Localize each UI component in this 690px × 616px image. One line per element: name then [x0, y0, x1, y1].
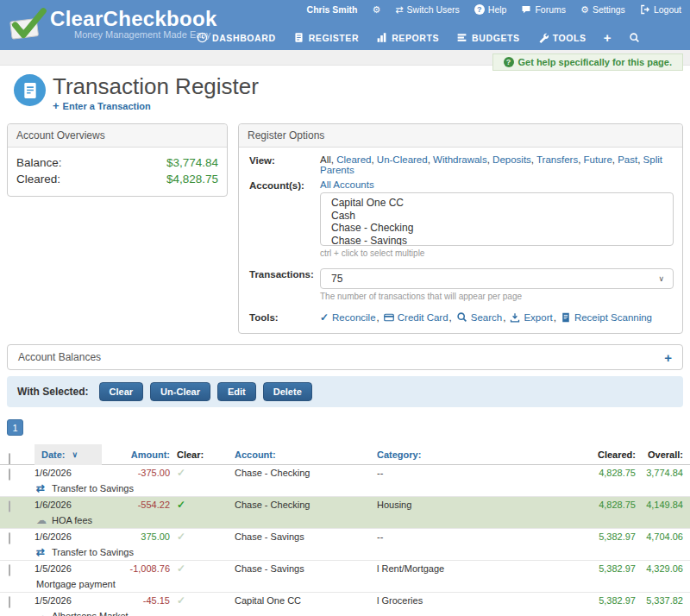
- tools-links: ✓Reconcile,Credit Card,Search,Export,Rec…: [320, 311, 674, 323]
- memo-text: Mortgage payment: [36, 576, 116, 592]
- tool-receipt-scanning[interactable]: Receipt Scanning: [561, 312, 652, 323]
- un-clear-button[interactable]: Un-Clear: [150, 382, 210, 401]
- account-overviews-title: Account Overviews: [8, 124, 227, 148]
- account-option[interactable]: Chase - Checking: [331, 222, 673, 235]
- row-checkbox[interactable]: [9, 500, 10, 512]
- register-book-icon: [293, 32, 304, 43]
- main-nav: DASHBOARDREGISTERREPORTSBUDGETSTOOLS+: [197, 31, 640, 44]
- settings-gear-icon: ⚙: [580, 5, 589, 15]
- clear-button[interactable]: Clear: [99, 382, 144, 401]
- page-help-banner[interactable]: ? Get help specifically for this page.: [492, 53, 684, 71]
- tool-export[interactable]: Export: [510, 312, 552, 323]
- row-checkbox[interactable]: [9, 532, 10, 544]
- cleared-check-icon[interactable]: ✓: [177, 563, 185, 575]
- view-link-un-cleared[interactable]: Un-Cleared: [377, 154, 428, 165]
- cell-date: 1/5/2026: [34, 593, 72, 608]
- page-button-1[interactable]: 1: [7, 419, 23, 436]
- cell-amount: -45.15: [95, 593, 170, 608]
- transaction-main-line[interactable]: 1/5/2026-1,008.76✓Chase - SavingsƖRent/M…: [0, 561, 690, 576]
- sort-by-date-header[interactable]: Date: ∨: [34, 444, 102, 465]
- pagination: 1: [7, 419, 683, 436]
- brand-tagline: Money Management Made Easy: [74, 29, 217, 40]
- row-checkbox[interactable]: [9, 564, 10, 576]
- cleared-check-icon[interactable]: ✓: [177, 467, 185, 479]
- account-option[interactable]: Cash: [331, 210, 673, 223]
- cleared-check-icon[interactable]: ✓: [177, 499, 185, 511]
- utility-bar: Chris Smith ⚙⇄Switch Users?HelpForums⚙Se…: [307, 4, 681, 15]
- view-link-withdrawals[interactable]: Withdrawals: [433, 154, 487, 165]
- register-options-title: Register Options: [239, 124, 682, 148]
- account-option[interactable]: Chase - Savings: [331, 235, 673, 247]
- nav-item-tools[interactable]: TOOLS: [537, 32, 586, 43]
- memo-text: Albertsons Market: [52, 608, 129, 616]
- view-link-past[interactable]: Past: [618, 154, 637, 165]
- transaction-main-line[interactable]: 1/6/2026-375.00✓Chase - Checking--4,828.…: [0, 465, 690, 481]
- select-all-checkbox[interactable]: [9, 453, 10, 465]
- tool-reconcile[interactable]: ✓Reconcile: [320, 312, 376, 323]
- sort-by-amount-header[interactable]: Amount:: [95, 444, 170, 465]
- nav-item-budgets[interactable]: BUDGETS: [456, 32, 520, 43]
- utility-gear[interactable]: ⚙: [372, 5, 380, 15]
- sort-by-category-header[interactable]: Category:: [377, 444, 421, 465]
- view-link-future[interactable]: Future: [584, 154, 612, 165]
- utility-switch-users[interactable]: ⇄Switch Users: [395, 4, 459, 15]
- nav-item-quick-add-plus[interactable]: +: [604, 31, 612, 44]
- delete-button[interactable]: Delete: [263, 382, 312, 401]
- chevron-down-icon: ∨: [658, 274, 664, 283]
- nav-item-register[interactable]: REGISTER: [293, 32, 359, 43]
- cell-overall-balance: 3,774.84: [608, 465, 683, 481]
- transaction-main-line[interactable]: 1/5/2026-45.15✓Capital One CCƖGroceries5…: [0, 593, 690, 608]
- sort-by-account-header[interactable]: Account:: [235, 444, 276, 465]
- utility-settings[interactable]: ⚙Settings: [580, 4, 625, 15]
- transfer-icon: ⇄: [36, 481, 45, 496]
- nav-item-search-magnifier[interactable]: [629, 32, 640, 43]
- user-name[interactable]: Chris Smith: [307, 4, 358, 15]
- register-page-icon: [14, 74, 46, 106]
- help-circle-icon: ?: [474, 4, 485, 15]
- with-selected-bar: With Selected: ClearUn-ClearEditDelete: [7, 376, 683, 407]
- expand-plus-icon[interactable]: +: [664, 350, 672, 365]
- cell-category: Housing: [377, 497, 411, 512]
- tool-separator: ,: [449, 312, 452, 323]
- search-magnifier-icon: [629, 32, 640, 43]
- view-link-cleared[interactable]: Cleared: [336, 154, 371, 165]
- enter-transaction-link[interactable]: + Enter a Transaction: [53, 99, 259, 112]
- nav-item-reports[interactable]: REPORTS: [376, 32, 439, 43]
- row-checkbox[interactable]: [9, 596, 10, 608]
- nav-item-dashboard[interactable]: DASHBOARD: [197, 32, 276, 43]
- cleared-check-icon[interactable]: ✓: [177, 594, 185, 607]
- utility-label: Forums: [535, 4, 566, 15]
- nav-label: TOOLS: [553, 33, 586, 43]
- tool-search[interactable]: Search: [456, 311, 502, 323]
- transaction-main-line[interactable]: 1/6/2026-554.22✓Chase - CheckingHousing4…: [0, 497, 690, 512]
- tool-credit-card[interactable]: Credit Card: [384, 312, 448, 323]
- account-option[interactable]: Capital One CC: [331, 197, 673, 210]
- cell-account: Chase - Checking: [235, 497, 310, 512]
- view-link-transfers[interactable]: Transfers: [536, 154, 578, 165]
- view-link-deposits[interactable]: Deposits: [492, 154, 531, 165]
- table-header-row: Date: ∨ Amount: Clear: Account: Category…: [0, 444, 690, 465]
- cell-date: 1/6/2026: [34, 465, 72, 481]
- utility-forums[interactable]: Forums: [521, 4, 566, 15]
- cell-amount: 375.00: [95, 529, 170, 544]
- transaction-main-line[interactable]: 1/6/2026375.00✓Chase - Savings--5,382.97…: [0, 529, 690, 544]
- account-overviews-panel: Account Overviews Balance:$3,774.84Clear…: [7, 123, 228, 197]
- utility-help[interactable]: ?Help: [474, 4, 507, 15]
- transaction-memo-line: ☁HOA fees: [0, 512, 690, 528]
- subcategory-glyph: Ɩ: [377, 563, 379, 574]
- cleared-check-icon[interactable]: ✓: [177, 531, 185, 543]
- account-balances-bar[interactable]: Account Balances +: [7, 344, 683, 370]
- accounts-hint: ctrl + click to select multiple: [320, 248, 674, 258]
- all-accounts-link[interactable]: All Accounts: [320, 179, 374, 190]
- utility-label: Switch Users: [407, 4, 460, 15]
- view-links: All, Cleared, Un-Cleared, Withdrawals, D…: [320, 154, 674, 175]
- overall-column-header: Overall:: [608, 444, 683, 465]
- cell-category: ƖGroceries: [377, 593, 423, 608]
- utility-logout[interactable]: Logout: [640, 4, 681, 15]
- row-checkbox[interactable]: [9, 468, 10, 481]
- brand[interactable]: ClearCheckbook Money Management Made Eas…: [9, 7, 217, 41]
- transactions-per-page-select[interactable]: 75 ∨: [320, 268, 674, 289]
- edit-button[interactable]: Edit: [217, 382, 256, 401]
- accounts-multiselect[interactable]: Capital One CCCashChase - CheckingChase …: [320, 192, 674, 246]
- with-selected-label: With Selected:: [17, 386, 89, 398]
